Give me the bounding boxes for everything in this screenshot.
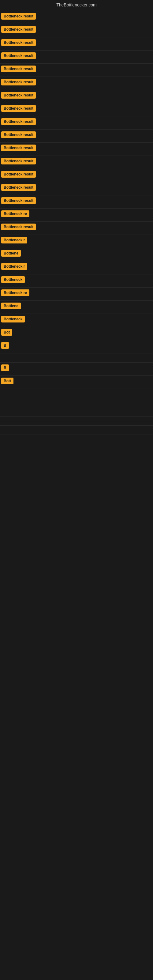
bottleneck-section-14: Bottleneck result (0, 182, 153, 196)
bottleneck-badge-22[interactable]: Bottleneck re (1, 290, 29, 296)
bottleneck-badge-20[interactable]: Bottleneck r (1, 263, 27, 270)
bottleneck-badge-12[interactable]: Bottleneck result (1, 158, 36, 164)
bottleneck-badge-11[interactable]: Bottleneck result (1, 145, 36, 151)
bottleneck-section-17: Bottleneck result (0, 222, 153, 235)
bottleneck-badge-25[interactable]: Bot (1, 329, 12, 336)
bottleneck-section-9: Bottleneck result (0, 116, 153, 130)
bottleneck-badge-2[interactable]: Bottleneck result (1, 26, 36, 33)
bottleneck-section-26: B (0, 340, 153, 353)
bottleneck-section-3: Bottleneck result (0, 37, 153, 51)
bottleneck-section-34 (0, 426, 153, 435)
bottleneck-badge-24[interactable]: Bottleneck (1, 316, 25, 323)
bottleneck-badge-14[interactable]: Bottleneck result (1, 184, 36, 191)
bottleneck-section-21: Bottleneck (0, 274, 153, 288)
bottleneck-badge-6[interactable]: Bottleneck result (1, 79, 36, 86)
bottleneck-section-35 (0, 435, 153, 444)
bottleneck-section-30 (0, 389, 153, 398)
bottleneck-badge-23[interactable]: Bottlene (1, 302, 21, 309)
bottleneck-badge-21[interactable]: Bottleneck (1, 276, 25, 283)
bottleneck-section-27 (0, 353, 153, 363)
bottleneck-section-15: Bottleneck result (0, 196, 153, 208)
bottleneck-badge-3[interactable]: Bottleneck result (1, 39, 36, 46)
bottleneck-badge-19[interactable]: Bottlene (1, 250, 21, 257)
bottleneck-section-24: Bottleneck (0, 314, 153, 327)
bottleneck-section-8: Bottleneck result (0, 103, 153, 116)
bottleneck-section-22: Bottleneck re (0, 288, 153, 301)
bottleneck-badge-8[interactable]: Bottleneck result (1, 105, 36, 112)
bottleneck-section-32 (0, 407, 153, 417)
bottleneck-section-1: Bottleneck result (0, 11, 153, 24)
bottleneck-section-12: Bottleneck result (0, 156, 153, 169)
bottleneck-section-10: Bottleneck result (0, 130, 153, 143)
bottleneck-badge-10[interactable]: Bottleneck result (1, 131, 36, 138)
bottleneck-section-4: Bottleneck result (0, 51, 153, 64)
bottleneck-badge-29[interactable]: Bott (1, 378, 13, 384)
bottleneck-badge-4[interactable]: Bottleneck result (1, 52, 36, 59)
bottleneck-badge-5[interactable]: Bottleneck result (1, 65, 36, 72)
bottleneck-section-11: Bottleneck result (0, 143, 153, 156)
bottleneck-section-13: Bottleneck result (0, 169, 153, 182)
bottleneck-badge-1[interactable]: Bottleneck result (1, 13, 36, 20)
bottleneck-badge-16[interactable]: Bottleneck re (1, 210, 29, 217)
bottleneck-badge-13[interactable]: Bottleneck result (1, 171, 36, 178)
bottleneck-section-16: Bottleneck re (0, 208, 153, 222)
bottleneck-section-29: Bott (0, 376, 153, 389)
bottleneck-section-28: B (0, 363, 153, 376)
bottleneck-badge-15[interactable]: Bottleneck result (1, 197, 36, 204)
bottleneck-section-19: Bottlene (0, 248, 153, 261)
bottleneck-section-5: Bottleneck result (0, 64, 153, 77)
bottleneck-section-20: Bottleneck r (0, 261, 153, 274)
bottleneck-section-23: Bottlene (0, 301, 153, 314)
bottleneck-section-33 (0, 417, 153, 426)
bottleneck-badge-26[interactable]: B (1, 342, 9, 349)
bottleneck-section-31 (0, 398, 153, 407)
bottleneck-section-18: Bottleneck r (0, 235, 153, 248)
bottleneck-section-7: Bottleneck result (0, 90, 153, 103)
bottleneck-badge-7[interactable]: Bottleneck result (1, 92, 36, 99)
bottleneck-badge-18[interactable]: Bottleneck r (1, 237, 27, 243)
bottleneck-section-25: Bot (0, 327, 153, 340)
bottleneck-badge-9[interactable]: Bottleneck result (1, 118, 36, 125)
bottleneck-badge-28[interactable]: B (1, 364, 9, 371)
bottleneck-badge-17[interactable]: Bottleneck result (1, 224, 36, 230)
site-title: TheBottlenecker.com (0, 0, 153, 11)
bottleneck-section-2: Bottleneck result (0, 24, 153, 37)
bottleneck-section-6: Bottleneck result (0, 77, 153, 90)
